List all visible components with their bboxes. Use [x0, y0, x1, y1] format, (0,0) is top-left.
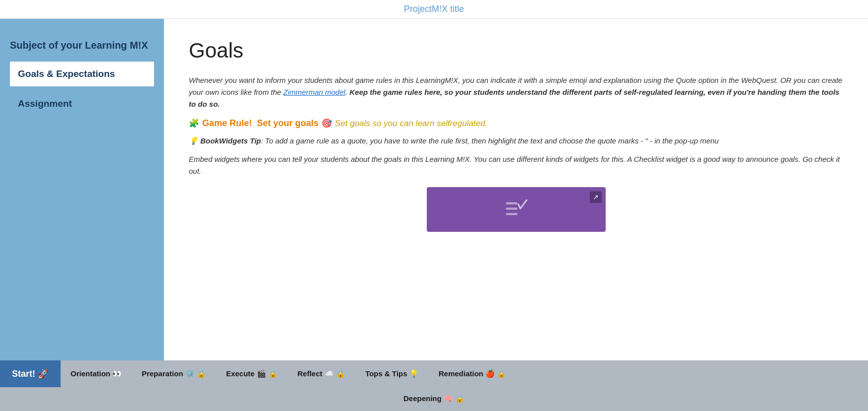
bottom-nav: Start! 🚀 Orientation 👀 Preparation ⚙️ 🔒 …: [0, 360, 868, 411]
nav-reflect[interactable]: Reflect ☁️ 🔒: [288, 361, 355, 386]
sidebar-subject: Subject of your Learning M!X: [10, 34, 154, 57]
bottom-nav-top: Start! 🚀 Orientation 👀 Preparation ⚙️ 🔒 …: [0, 360, 868, 387]
content-area: Goals Whenever you want to inform your s…: [164, 19, 868, 360]
nav-deepening[interactable]: Deepening 🧠 🔒: [395, 391, 473, 406]
bulb-icon: 💡: [189, 137, 198, 145]
header: ProjectM!X title: [0, 0, 868, 19]
content-paragraph3: Embed widgets where you can tell your st…: [189, 153, 843, 177]
sidebar: Subject of your Learning M!X Goals & Exp…: [0, 19, 164, 360]
start-button[interactable]: Start! 🚀: [0, 360, 61, 387]
nav-tops-tips[interactable]: Tops & Tips 💡: [355, 361, 429, 386]
widget-area: ↗: [189, 187, 843, 232]
nav-execute[interactable]: Execute 🎬 🔒: [216, 361, 288, 386]
page-title: ProjectM!X title: [404, 4, 464, 14]
widget-preview: ↗: [427, 187, 606, 232]
game-rule-label: Game Rule! Set your goals: [202, 118, 318, 129]
tip-line: 💡 BookWidgets Tip: To add a game rule as…: [189, 137, 843, 145]
tip-label: BookWidgets Tip: [200, 137, 261, 145]
game-rule-text: Set goals so you can learn selfregulated…: [335, 119, 487, 129]
checklist-icon: [504, 196, 529, 223]
svg-rect-1: [506, 207, 517, 209]
nav-preparation[interactable]: Preparation ⚙️ 🔒: [132, 361, 216, 386]
content-heading: Goals: [189, 39, 843, 63]
bottom-nav-bottom: Deepening 🧠 🔒: [0, 387, 868, 411]
content-paragraph1: Whenever you want to inform your student…: [189, 74, 843, 110]
target-icon: 🎯: [321, 118, 332, 129]
tip-text: : To add a game rule as a quote, you hav…: [261, 137, 718, 145]
zimmerman-link[interactable]: Zimmerman model: [283, 88, 345, 96]
nav-orientation[interactable]: Orientation 👀: [61, 361, 132, 386]
game-rule-line: 🧩 Game Rule! Set your goals 🎯 Set goals …: [189, 118, 843, 129]
nav-remediation[interactable]: Remediation 🍎 🔒: [429, 361, 516, 386]
puzzle-icon: 🧩: [189, 118, 199, 129]
sidebar-item-goals[interactable]: Goals & Expectations: [10, 62, 154, 86]
widget-expand-button[interactable]: ↗: [590, 191, 602, 203]
main-container: Subject of your Learning M!X Goals & Exp…: [0, 19, 868, 360]
svg-rect-0: [506, 203, 517, 205]
sidebar-item-assignment[interactable]: Assignment: [10, 91, 154, 116]
svg-rect-2: [506, 213, 517, 215]
